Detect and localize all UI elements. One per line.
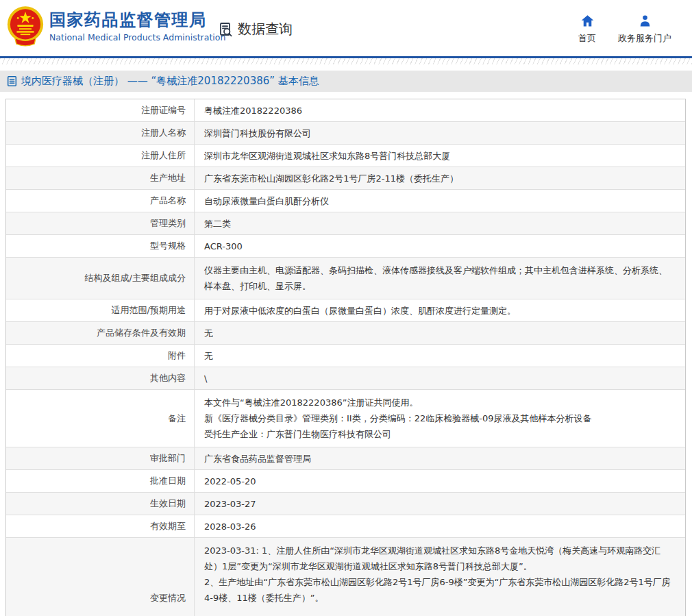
table-row-approval-department: 审批部门 广东省食品药品监督管理局 bbox=[6, 447, 685, 469]
table-row-production-address: 生产地址 广东省东莞市松山湖园区彰化路2号1号厂房2-11楼（委托生产） bbox=[6, 167, 685, 189]
row-label: 结构及组成/主要组成成分 bbox=[6, 267, 194, 289]
row-value: \ bbox=[194, 367, 685, 389]
row-value: ACR-300 bbox=[194, 235, 685, 257]
row-label: 生效日期 bbox=[6, 493, 194, 515]
row-value: 本文件与“粤械注准20182220386”注册证共同使用。 新《医疗器械分类目录… bbox=[194, 390, 685, 447]
table-row-reg-cert-no: 注册证编号 粤械注准20182220386 bbox=[6, 99, 685, 121]
row-value: 无 bbox=[194, 345, 685, 367]
stripe-divider bbox=[0, 58, 692, 64]
remark-line: 本文件与“粤械注准20182220386”注册证共同使用。 bbox=[204, 395, 676, 410]
page-title-bar: 境内医疗器械（注册） —— “粤械注准20182220386” 基本信息 bbox=[0, 71, 692, 92]
row-label: 变更情况 bbox=[6, 587, 194, 609]
table-row-product-name: 产品名称 自动尿液微量白蛋白肌酐分析仪 bbox=[6, 189, 685, 212]
table-row-intended-use: 适用范围/预期用途 用于对尿液中低浓度的白蛋白（尿微量白蛋白）浓度、肌酐浓度进行… bbox=[6, 299, 685, 321]
table-row-attachment: 附件 无 bbox=[6, 344, 685, 367]
row-value: 仪器主要由主机、电源适配器、条码扫描枪、液体传感器接线及客户端软件组成；其中主机… bbox=[194, 258, 685, 299]
row-value: 深圳市龙华区观湖街道观城社区求知东路8号普门科技总部大厦 bbox=[194, 145, 685, 167]
row-value: 用于对尿液中低浓度的白蛋白（尿微量白蛋白）浓度、肌酐浓度进行定量测定。 bbox=[194, 299, 685, 321]
national-emblem-icon bbox=[7, 5, 44, 48]
org-identity: 国家药品监督管理局 National Medical Products Admi… bbox=[49, 10, 225, 42]
data-query-section[interactable]: 数据查询 bbox=[218, 20, 293, 38]
table-row-remarks: 备注 本文件与“粤械注准20182220386”注册证共同使用。 新《医疗器械分… bbox=[6, 389, 685, 447]
row-value: 无 bbox=[194, 322, 685, 344]
row-value: 深圳普门科技股份有限公司 bbox=[194, 122, 685, 144]
change-paragraph: 2、生产地址由“广东省东莞市松山湖园区彰化路2号1号厂房6-9楼”变更为“广东省… bbox=[204, 574, 676, 606]
table-row-structure-composition: 结构及组成/主要组成成分 仪器主要由主机、电源适配器、条码扫描枪、液体传感器接线… bbox=[6, 257, 685, 299]
remark-line: 新《医疗器械分类目录》管理类别：II类，分类编码：22临床检验器械-09尿液及其… bbox=[204, 410, 676, 426]
row-label: 有效期至 bbox=[6, 515, 194, 537]
header-nav: 首页 政务服务门户 bbox=[578, 14, 671, 45]
nav-gov-portal[interactable]: 政务服务门户 bbox=[618, 14, 671, 45]
row-label: 管理类别 bbox=[6, 212, 194, 234]
table-row-effective-date: 生效日期 2023-03-27 bbox=[6, 492, 685, 515]
row-label: 附件 bbox=[6, 345, 194, 367]
person-icon bbox=[638, 14, 652, 28]
row-label: 审批部门 bbox=[6, 447, 194, 469]
row-label: 产品名称 bbox=[6, 190, 194, 212]
row-value: 自动尿液微量白蛋白肌酐分析仪 bbox=[194, 190, 685, 212]
row-value: 2028-03-26 bbox=[194, 515, 685, 537]
table-row-registrant-name: 注册人名称 深圳普门科技股份有限公司 bbox=[6, 121, 685, 144]
row-label: 产品储存条件及有效期 bbox=[6, 322, 194, 344]
page-title: 境内医疗器械（注册） —— “粤械注准20182220386” 基本信息 bbox=[21, 75, 319, 88]
table-row-other-content: 其他内容 \ bbox=[6, 367, 685, 389]
org-name-cn: 国家药品监督管理局 bbox=[49, 10, 225, 29]
row-label: 备注 bbox=[6, 408, 194, 430]
row-value: 广东省食品药品监督管理局 bbox=[194, 447, 685, 469]
registration-detail-table: 注册证编号 粤械注准20182220386 注册人名称 深圳普门科技股份有限公司… bbox=[5, 99, 686, 616]
row-label: 适用范围/预期用途 bbox=[6, 299, 194, 321]
row-value: 2023-03-27 bbox=[194, 493, 685, 515]
change-paragraph: 2023-03-31: 1、注册人住所由“深圳市龙华区观湖街道观城社区求知东路8… bbox=[204, 543, 676, 574]
row-value: 2023-03-31: 1、注册人住所由“深圳市龙华区观湖街道观城社区求知东路8… bbox=[194, 538, 685, 616]
row-value: 粤械注准20182220386 bbox=[194, 99, 685, 121]
nav-home[interactable]: 首页 bbox=[578, 14, 596, 45]
table-row-change-history: 变更情况 2023-03-31: 1、注册人住所由“深圳市龙华区观湖街道观城社区… bbox=[6, 537, 685, 616]
row-label: 注册证编号 bbox=[6, 99, 194, 121]
row-label: 其他内容 bbox=[6, 367, 194, 389]
table-row-expiry-date: 有效期至 2028-03-26 bbox=[6, 515, 685, 537]
site-header: 国家药品监督管理局 National Medical Products Admi… bbox=[0, 0, 692, 58]
data-query-label: 数据查询 bbox=[238, 20, 293, 38]
nav-gov-portal-label: 政务服务门户 bbox=[618, 32, 671, 45]
org-name-en: National Medical Products Administration bbox=[49, 32, 225, 42]
row-label: 型号规格 bbox=[6, 235, 194, 257]
row-label: 生产地址 bbox=[6, 167, 194, 189]
row-value: 广东省东莞市松山湖园区彰化路2号1号厂房2-11楼（委托生产） bbox=[194, 167, 685, 189]
national-emblem-logo bbox=[7, 5, 44, 48]
row-label: 注册人住所 bbox=[6, 145, 194, 167]
table-row-model-spec: 型号规格 ACR-300 bbox=[6, 234, 685, 257]
row-value: 2022-05-20 bbox=[194, 470, 685, 492]
data-query-icon bbox=[218, 21, 234, 38]
remark-line: 受托生产企业：广东普门生物医疗科技有限公司 bbox=[204, 426, 676, 442]
document-list-icon bbox=[7, 75, 17, 87]
row-label: 注册人名称 bbox=[6, 122, 194, 144]
table-row-approval-date: 批准日期 2022-05-20 bbox=[6, 469, 685, 492]
row-label: 批准日期 bbox=[6, 470, 194, 492]
row-value: 第二类 bbox=[194, 212, 685, 234]
table-row-storage-validity: 产品储存条件及有效期 无 bbox=[6, 321, 685, 344]
table-row-registrant-address: 注册人住所 深圳市龙华区观湖街道观城社区求知东路8号普门科技总部大厦 bbox=[6, 144, 685, 167]
table-row-management-class: 管理类别 第二类 bbox=[6, 212, 685, 234]
home-icon bbox=[580, 14, 595, 28]
nav-home-label: 首页 bbox=[578, 32, 596, 45]
